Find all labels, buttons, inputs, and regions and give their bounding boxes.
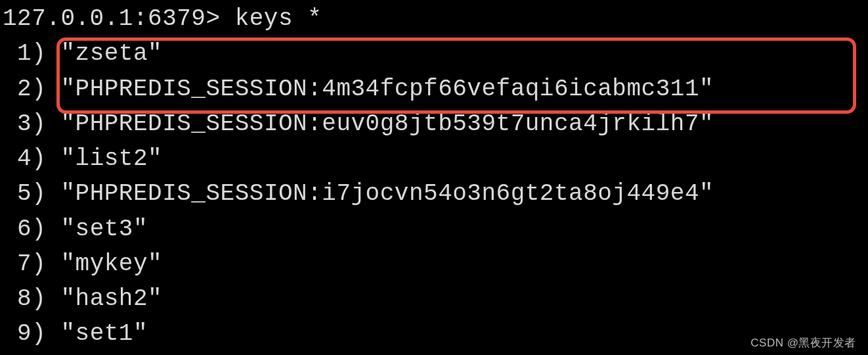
paren: ) xyxy=(32,180,60,207)
result-line: 7) "mykey" xyxy=(3,247,865,281)
result-line: 2) "PHPREDIS_SESSION:4m34fcpf66vefaqi6ic… xyxy=(3,72,865,106)
result-line: 3) "PHPREDIS_SESSION:euv0g8jtb539t7unca4… xyxy=(3,106,865,141)
terminal-output: 127.0.0.1:6379> keys * 1) "zseta" 2) "PH… xyxy=(3,1,865,352)
result-index: 7 xyxy=(3,250,32,277)
paren: ) xyxy=(32,110,60,137)
result-value: "hash2" xyxy=(60,285,162,312)
result-index: 2 xyxy=(3,76,32,103)
result-line: 8) "hash2" xyxy=(3,281,865,316)
results-container: 1) "zseta" 2) "PHPREDIS_SESSION:4m34fcpf… xyxy=(3,36,865,351)
result-value: "PHPREDIS_SESSION:4m34fcpf66vefaqi6icabm… xyxy=(60,76,714,103)
redis-prompt: 127.0.0.1:6379> keys * xyxy=(3,1,865,36)
result-value: "mykey" xyxy=(60,250,162,277)
paren: ) xyxy=(32,216,60,243)
result-index: 1 xyxy=(3,40,32,67)
result-value: "set3" xyxy=(60,216,148,243)
paren: ) xyxy=(32,285,60,312)
result-value: "zseta" xyxy=(60,40,162,67)
paren: ) xyxy=(32,145,60,172)
result-value: "PHPREDIS_SESSION:euv0g8jtb539t7unca4jrk… xyxy=(60,110,714,137)
result-line: 6) "set3" xyxy=(3,212,865,247)
result-value: "PHPREDIS_SESSION:i7jocvn54o3n6gt2ta8oj4… xyxy=(60,180,714,207)
result-line: 4) "list2" xyxy=(3,141,865,176)
result-value: "list2" xyxy=(60,145,162,172)
result-index: 3 xyxy=(3,110,32,137)
result-line: 9) "set1" xyxy=(3,316,865,351)
result-line: 5) "PHPREDIS_SESSION:i7jocvn54o3n6gt2ta8… xyxy=(3,176,865,211)
paren: ) xyxy=(32,320,60,347)
result-index: 5 xyxy=(3,180,32,207)
watermark-text: CSDN @黑夜开发者 xyxy=(750,335,856,351)
result-index: 8 xyxy=(3,285,32,312)
result-index: 4 xyxy=(3,145,32,172)
result-index: 6 xyxy=(3,216,32,243)
result-value: "set1" xyxy=(60,320,148,347)
result-line: 1) "zseta" xyxy=(3,36,865,71)
result-index: 9 xyxy=(3,320,32,347)
paren: ) xyxy=(32,40,60,67)
paren: ) xyxy=(32,250,60,277)
paren: ) xyxy=(32,76,60,103)
